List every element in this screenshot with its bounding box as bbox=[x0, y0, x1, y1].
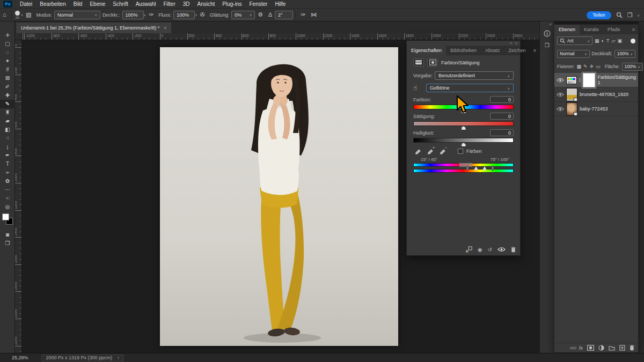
brush-preset-picker[interactable]: 25 bbox=[15, 11, 20, 19]
menu-item-ebene[interactable]: Ebene bbox=[86, 0, 109, 9]
filter-toggle[interactable] bbox=[631, 39, 635, 43]
type-tool[interactable]: T bbox=[0, 160, 15, 168]
add-layer-mask-icon[interactable] bbox=[587, 345, 594, 351]
workspace-switcher-icon[interactable]: ❐ bbox=[627, 12, 633, 18]
home-icon[interactable]: ⌂ bbox=[3, 12, 6, 18]
layer-mask-thumbnail[interactable] bbox=[583, 73, 595, 87]
lock-artboard-icon[interactable]: ▭ bbox=[596, 64, 601, 69]
pressure-size-icon[interactable]: ✑ bbox=[301, 12, 305, 18]
reset-adjustment-icon[interactable]: ↺ bbox=[488, 247, 492, 253]
brush-angle-input[interactable]: 2° bbox=[275, 11, 293, 19]
adjustment-layer-icon[interactable] bbox=[413, 58, 424, 67]
tab-absatz[interactable]: Absatz bbox=[481, 46, 504, 55]
eyedropper-add-icon[interactable]: + bbox=[426, 147, 435, 155]
layer-visibility-toggle[interactable] bbox=[557, 107, 564, 112]
lasso-tool[interactable]: ◌ bbox=[0, 48, 15, 57]
filter-adjustment-layers-icon[interactable]: ◐ bbox=[602, 38, 604, 43]
tab-ebenen[interactable]: Ebenen bbox=[554, 25, 580, 34]
frame-tool[interactable]: ⊠ bbox=[0, 74, 15, 83]
preset-select[interactable]: Benutzerdefiniert ∨ bbox=[435, 71, 514, 80]
zoom-level-input[interactable]: 25,28% bbox=[12, 355, 28, 360]
lightness-value-input[interactable]: 0 bbox=[490, 129, 514, 136]
menu-item-plug-ins[interactable]: Plug-ins bbox=[218, 0, 245, 9]
expand-panels-icon[interactable]: « bbox=[540, 21, 554, 27]
blend-mode-select[interactable]: Normal ∨ bbox=[54, 11, 100, 19]
quick-mask-icon[interactable]: ◙ bbox=[0, 232, 15, 238]
status-chevron-icon[interactable]: › bbox=[118, 355, 119, 360]
zoom-tool[interactable]: ◎ bbox=[0, 203, 15, 211]
flow-caret-icon[interactable]: ∨ bbox=[195, 13, 197, 17]
rectangular-marquee-tool[interactable]: ▢ bbox=[0, 40, 15, 48]
quick-selection-tool[interactable]: ✦ bbox=[0, 57, 15, 65]
layer-name[interactable]: brunette-487063_1920 bbox=[580, 92, 628, 97]
panel-drag-bar[interactable]: « × bbox=[407, 41, 520, 46]
panel-menu-icon[interactable]: ≡ bbox=[629, 25, 638, 34]
pen-tool[interactable]: ✒ bbox=[0, 151, 15, 160]
range-handle-outer-left[interactable] bbox=[466, 166, 468, 171]
crop-tool[interactable]: # bbox=[0, 65, 15, 74]
search-icon[interactable] bbox=[616, 12, 623, 18]
layer-opacity-select[interactable]: 100% ∨ bbox=[614, 50, 635, 58]
menu-item-ansicht[interactable]: Ansicht bbox=[194, 0, 219, 9]
filter-smart-objects-icon[interactable]: ▣ bbox=[617, 38, 622, 43]
menu-item-auswahl[interactable]: Auswahl bbox=[132, 0, 160, 9]
layer-mask-button[interactable] bbox=[427, 58, 438, 67]
toggle-visibility-icon[interactable] bbox=[497, 247, 506, 252]
filter-pixel-layers-icon[interactable]: ▦ bbox=[595, 38, 599, 43]
brush-settings-panel-icon[interactable]: ▧ bbox=[26, 12, 31, 18]
filter-shape-layers-icon[interactable]: ▱ bbox=[611, 38, 615, 43]
clone-stamp-tool[interactable]: ♜ bbox=[0, 108, 15, 117]
view-previous-state-icon[interactable]: ◉ bbox=[478, 247, 482, 253]
new-group-icon[interactable] bbox=[609, 345, 615, 351]
lightness-slider-thumb[interactable] bbox=[461, 143, 466, 147]
workspace-caret-icon[interactable]: ∨ bbox=[638, 13, 640, 17]
info-panel-icon[interactable] bbox=[540, 27, 554, 39]
path-selection-tool[interactable]: ➢ bbox=[0, 168, 15, 177]
tab-eigenschaften[interactable]: Eigenschaften bbox=[407, 46, 446, 55]
hue-range-ramps[interactable] bbox=[413, 163, 514, 173]
menu-item-bearbeiten[interactable]: Bearbeiten bbox=[36, 0, 69, 9]
smoothing-select[interactable]: 0% ∨ bbox=[231, 11, 255, 19]
brush-preset-caret-icon[interactable]: ∨ bbox=[21, 13, 23, 17]
panel-collapse-icon[interactable]: « bbox=[510, 41, 512, 45]
lightness-slider[interactable] bbox=[413, 138, 514, 143]
adjustment-layer-thumbnail[interactable] bbox=[566, 76, 577, 84]
layer-name[interactable]: Farbton/Sättigung 1 bbox=[597, 75, 636, 85]
filter-type-layers-icon[interactable]: T bbox=[606, 38, 610, 43]
clip-to-layer-icon[interactable] bbox=[466, 246, 472, 253]
tab-bibliotheken[interactable]: Bibliotheken bbox=[446, 46, 481, 55]
eyedropper-sample-icon[interactable] bbox=[413, 147, 422, 155]
flow-select[interactable]: 100% bbox=[173, 11, 195, 19]
menu-item-bild[interactable]: Bild bbox=[70, 0, 86, 9]
menu-item-filter[interactable]: Filter bbox=[160, 0, 179, 9]
saturation-slider-thumb[interactable] bbox=[461, 126, 466, 130]
layer-visibility-toggle[interactable] bbox=[557, 78, 564, 83]
eraser-tool[interactable]: ▰ bbox=[0, 117, 15, 125]
paint-symmetry-icon[interactable]: ⋈ bbox=[311, 12, 317, 18]
eyedropper-tool[interactable]: ✐ bbox=[0, 83, 15, 91]
lock-pixels-icon[interactable]: ✎ bbox=[583, 64, 588, 69]
delete-layer-icon[interactable] bbox=[630, 345, 634, 351]
tab-zeichen[interactable]: Zeichen bbox=[504, 46, 530, 55]
vertical-ruler[interactable]: 0200400600800100012001400160018002000220… bbox=[15, 40, 22, 353]
layer-fill-select[interactable]: 100% ∨ bbox=[622, 63, 643, 71]
foreground-color-swatch[interactable] bbox=[2, 213, 9, 220]
range-handle-outer-right[interactable] bbox=[492, 166, 493, 171]
gradient-tool[interactable]: ◧ bbox=[0, 125, 15, 134]
layer-blend-mode-select[interactable]: Normal ∨ bbox=[557, 50, 590, 58]
panel-close-icon[interactable]: × bbox=[515, 41, 517, 45]
document-tab[interactable]: Unbenannt-1 bei 25,3% (Farbton/Sättigung… bbox=[16, 23, 171, 33]
menu-item-3d[interactable]: 3D bbox=[179, 0, 194, 9]
move-tool[interactable]: ✛ bbox=[0, 31, 15, 40]
channel-select[interactable]: Gelbtöne ∨ bbox=[426, 84, 514, 92]
hue-value-input[interactable]: 0 bbox=[490, 96, 514, 103]
tab-close-icon[interactable]: × bbox=[164, 25, 166, 31]
brush-tool[interactable]: ✎ bbox=[0, 100, 15, 108]
layer-thumbnail[interactable] bbox=[566, 102, 577, 116]
smoothing-gear-icon[interactable]: ⚙ bbox=[258, 12, 263, 18]
saturation-value-input[interactable]: 0 bbox=[490, 113, 514, 120]
custom-shape-tool[interactable]: ✿ bbox=[0, 177, 15, 186]
opacity-caret-icon[interactable]: ∨ bbox=[144, 13, 146, 17]
menu-item-hilfe[interactable]: Hilfe bbox=[271, 0, 289, 9]
menu-item-schrift[interactable]: Schrift bbox=[109, 0, 131, 9]
